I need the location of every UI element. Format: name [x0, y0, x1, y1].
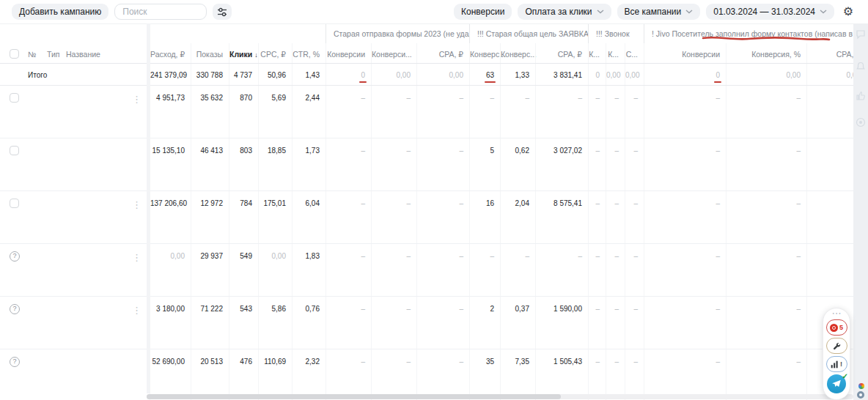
- question-status-icon[interactable]: ?: [10, 357, 20, 367]
- metric-value: 5: [490, 147, 494, 155]
- metric-value: 7,35: [515, 358, 529, 366]
- campaigns-table: Старая отправка формы 2023 (не удалять)!…: [0, 23, 867, 400]
- add-campaign-button[interactable]: Добавить кампанию: [12, 4, 108, 20]
- row-menu-button[interactable]: ⋮: [132, 253, 141, 262]
- column-header[interactable]: С...: [625, 43, 644, 63]
- row-menu-button[interactable]: ⋮: [132, 200, 141, 210]
- metric-value: –: [633, 94, 638, 102]
- horizontal-scrollbar-track[interactable]: [147, 394, 853, 399]
- telegram-button[interactable]: ✓: [827, 374, 846, 393]
- metric-value: –: [578, 252, 582, 260]
- metric-value: –: [614, 147, 619, 155]
- campaign-filter-dropdown[interactable]: Все кампании: [617, 4, 701, 20]
- column-header[interactable]: Клики ↓: [229, 43, 258, 63]
- metric-cell: 5,69: [258, 86, 292, 138]
- metric-value: 4 951,73: [156, 94, 185, 102]
- metric-value: 1 590,00: [553, 305, 582, 313]
- metric-value: 0: [361, 71, 365, 79]
- filter-button[interactable]: [213, 4, 232, 20]
- tools-badge-button[interactable]: [826, 338, 847, 354]
- column-header[interactable]: Конверси...: [371, 43, 416, 63]
- goal-group-header: ! Jivo Посетитель заполнил форму контакт…: [644, 24, 867, 43]
- metric-value: 52 690,00: [152, 358, 185, 366]
- row-menu-button[interactable]: ⋮: [132, 95, 141, 104]
- metric-value: –: [614, 358, 619, 366]
- metric-cell: –: [371, 138, 416, 190]
- column-header[interactable]: Конверс...: [500, 43, 535, 63]
- metric-value: 803: [240, 147, 252, 155]
- column-header[interactable]: CPA, ₽: [535, 43, 588, 63]
- column-header[interactable]: CPC, ₽: [258, 43, 292, 63]
- metric-value: –: [406, 94, 411, 102]
- column-header[interactable]: К...: [606, 43, 625, 63]
- metric-value: –: [406, 199, 411, 207]
- column-header[interactable]: Конверсии: [326, 43, 371, 63]
- column-header[interactable]: Конверсии: [644, 43, 726, 63]
- metric-value: –: [490, 252, 494, 260]
- column-header[interactable]: Конверсия, %: [726, 43, 806, 63]
- metric-cell: –: [606, 297, 625, 349]
- metric-value: –: [525, 94, 529, 102]
- horizontal-scrollbar-thumb[interactable]: [147, 394, 561, 399]
- metric-cell: –: [469, 244, 500, 296]
- yandex-direct-campaigns-screen: Добавить кампанию Конверсии Оплата за кл…: [0, 0, 868, 400]
- settings-gear-button[interactable]: ⚙: [840, 4, 856, 20]
- metric-cell: 330 788: [191, 64, 229, 85]
- metric-value: –: [406, 147, 411, 155]
- metric-value: –: [459, 252, 463, 260]
- metric-cell: –: [535, 244, 588, 296]
- metric-cell: –: [625, 349, 644, 400]
- metric-cell: –: [416, 138, 469, 190]
- column-header[interactable]: CPA, ₽: [416, 43, 469, 63]
- metric-cell: 0,00: [625, 64, 644, 85]
- goal-group-header: !!! Старая общая цель ЗАЯВКА javasc...: [469, 24, 588, 43]
- column-header[interactable]: Расход, ₽: [150, 43, 191, 63]
- metric-value: –: [633, 147, 638, 155]
- metric-cell: 7,35: [500, 349, 535, 400]
- metric-cell: –: [371, 244, 416, 296]
- column-header[interactable]: Конверс...: [469, 43, 500, 63]
- column-header[interactable]: К...: [588, 43, 606, 63]
- goal-group-label: !!! Старая общая цель ЗАЯВКА javasc...: [477, 29, 588, 38]
- row-checkbox[interactable]: [10, 146, 19, 155]
- table-row: 15 135,1046 41380318,851,73–––50,623 027…: [0, 138, 867, 191]
- column-header[interactable]: CTR, %: [292, 43, 326, 63]
- metric-cell: 1,33: [500, 64, 535, 85]
- metric-value: 3 180,00: [156, 305, 185, 313]
- row-menu-button[interactable]: ⋮: [132, 305, 141, 315]
- metric-cell: –: [371, 297, 416, 349]
- blocker-icon: [830, 324, 838, 332]
- metric-cell: –: [371, 191, 416, 243]
- metric-value: 476: [240, 358, 252, 366]
- metric-value: –: [459, 358, 463, 366]
- row-checkbox[interactable]: [10, 93, 19, 103]
- metric-value: 0,00: [397, 71, 411, 79]
- widget-menu-dots[interactable]: ⋯: [832, 310, 842, 317]
- metric-cell: 2: [469, 297, 500, 349]
- metric-cell: 35: [469, 349, 500, 400]
- metric-value: 3 831,41: [553, 71, 582, 79]
- column-header[interactable]: Показы: [191, 43, 229, 63]
- metric-value: 0,76: [306, 305, 320, 313]
- blocker-badge-button[interactable]: 5: [826, 319, 847, 336]
- date-range-dropdown[interactable]: 01.03.2024 — 31.03.2024: [706, 4, 834, 20]
- row-fixed-column: ?⋮: [0, 244, 150, 296]
- table-body: ⋮4 951,7335 6328705,692,44––––––––––––15…: [0, 86, 867, 400]
- question-status-icon[interactable]: ?: [10, 304, 20, 314]
- payment-model-dropdown[interactable]: Оплата за клики: [518, 4, 611, 20]
- search-input[interactable]: [114, 4, 207, 20]
- select-all-checkbox[interactable]: [10, 49, 19, 59]
- metric-value: –: [490, 94, 494, 102]
- metric-cell: –: [644, 244, 726, 296]
- metric-value: 0,00: [625, 71, 639, 79]
- conversions-button[interactable]: Конверсии: [454, 4, 512, 20]
- stats-badge-button[interactable]: !: [826, 356, 847, 372]
- red-underline-annotation: [702, 34, 831, 42]
- goal-group-label: !!! Звонок: [596, 29, 630, 38]
- metric-cell: 0,00: [606, 64, 625, 85]
- metric-cell: –: [588, 349, 606, 400]
- row-checkbox[interactable]: [10, 199, 19, 208]
- collapsed-side-panel: [853, 23, 868, 400]
- question-status-icon[interactable]: ?: [10, 251, 20, 262]
- metric-cell: 0,00: [150, 244, 191, 296]
